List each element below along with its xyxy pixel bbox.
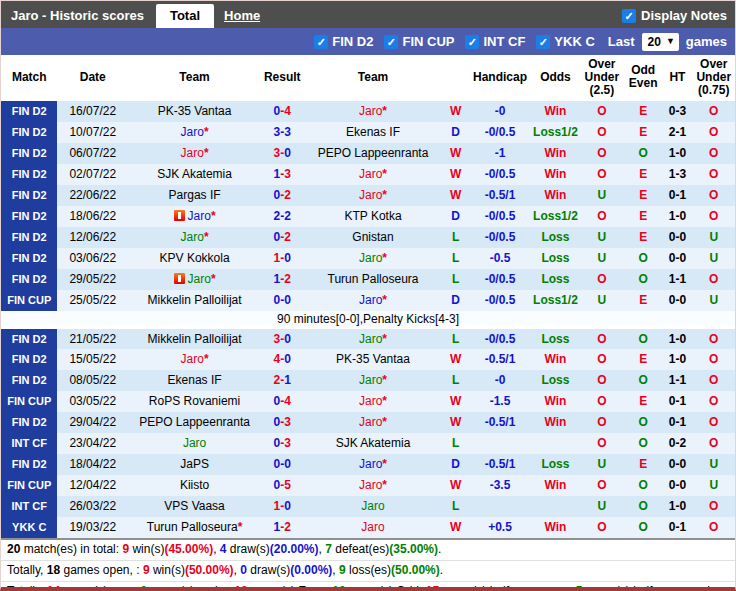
games-count-select[interactable]: 20 ▼ [642,33,679,51]
summary-segment: (20.00%) [270,542,319,556]
handicap-cell [469,496,532,517]
tab-total[interactable]: Total [156,4,214,28]
col-header-odds: Odds [531,55,579,101]
home-team-cell: JaPS [128,454,261,475]
score-cell: 0-0 [261,290,303,311]
odds-value: Loss [541,251,569,265]
away-team-cell: Jaro* [303,248,442,269]
team-name: Jaro [361,520,384,534]
table-row: FIN D210/07/22Jaro*3-3Ekenas IFD-0/0.5Lo… [1,122,735,143]
over-under-2-5-value: O [597,125,606,139]
fin-d2-label: FIN D2 [332,34,373,49]
odds-value: Win [545,188,567,202]
ht-score-cell: 0-2 [662,433,692,454]
table-row: INT CF26/03/22VPS Vaasa1-0JaroLUO1-0O [1,496,735,517]
odds-cell: Loss [531,269,579,290]
table-row: FIN D208/05/22Ekenas IF2-1Jaro*L-0LossOO… [1,370,735,391]
ykk-c-checkbox[interactable]: ✓ [536,35,550,49]
team-star: * [382,478,387,492]
team-name: Turun Palloseura [147,520,238,534]
home-team-cell: PEPO Lappeenranta [128,412,261,433]
summary-segment: game(s) Even, [248,584,333,591]
league-cell: FIN D2 [1,454,57,475]
table-row: YKK C19/03/22Turun Palloseura*1-2JaroW+0… [1,517,735,538]
summary-segment: game(s) half-game under [582,584,720,591]
summary-segment: 15 [426,584,439,591]
away-goals: 3 [284,167,291,181]
team-star: * [238,520,243,534]
team-star: * [204,352,209,366]
home-team-cell: SJK Akatemia [128,164,261,185]
games-count-value: 20 [648,35,661,49]
result-letter: D [451,209,460,223]
team-name: Jaro [359,332,382,346]
odd-even-value: E [639,293,647,307]
summary-segment: 10 [332,584,345,591]
odd-even-cell: E [624,454,662,475]
away-team-cell: SJK Akatemia [303,433,442,454]
result-letter: D [451,125,460,139]
handicap-cell: -0 [469,101,532,122]
table-row: FIN CUP12/04/22Kiisto0-5Jaro*W-3.5WinOO0… [1,475,735,496]
odds-value: Loss1/2 [533,209,578,223]
fin-cup-checkbox[interactable]: ✓ [384,35,398,49]
tab-home[interactable]: Home [214,4,270,28]
away-team-cell: Jaro* [303,391,442,412]
ht-score: 1-0 [669,499,686,513]
handicap-cell [469,433,532,454]
away-team-cell: Jaro* [303,454,442,475]
date-cell: 03/06/22 [57,248,128,269]
team-star: * [204,230,209,244]
team-name: Jaro [359,373,382,387]
team-star: * [382,332,387,346]
league-cell: FIN D2 [1,206,57,227]
team-star: * [211,272,216,286]
int-cf-checkbox[interactable]: ✓ [465,35,479,49]
result-letter-cell: D [443,122,469,143]
result-letter: W [450,478,461,492]
summary-line-1: 20 match(es) in total: 9 win(s)(45.00%),… [1,540,735,560]
over-under-0-75-value: U [709,230,718,244]
odds-cell: Loss1/2 [531,206,579,227]
odds-cell: Loss [531,248,579,269]
col-header-match: Match [1,55,57,101]
date-cell: 18/06/22 [57,206,128,227]
historic-scores-widget: Jaro - Historic scores Total Home ✓ Disp… [0,0,736,591]
score-cell: 0-2 [261,227,303,248]
handicap-value: -0.5/1 [485,415,516,429]
ht-score: 1-0 [669,146,686,160]
home-team-cell: RoPS Rovaniemi [128,391,261,412]
over-under-2-5-value: O [597,332,606,346]
result-letter-cell: L [443,227,469,248]
over-under-2-5-value: U [598,188,607,202]
over-under-2-5-cell: U [580,290,624,311]
team-name: Jaro [359,415,382,429]
ht-score: 0-0 [669,230,686,244]
away-team-cell: Jaro* [303,328,442,349]
home-team-cell: Jaro* [128,269,261,290]
league-cell: FIN D2 [1,370,57,391]
handicap-cell: -3.5 [469,475,532,496]
team-name: PK-35 Vantaa [336,352,410,366]
odds-cell: Loss [531,370,579,391]
col-header-wdl [443,55,469,101]
away-team-cell: Gnistan [303,227,442,248]
result-letter: W [450,188,461,202]
result-letter-cell: W [443,143,469,164]
home-team-cell: Jaro [128,433,261,454]
over-under-0-75-value: O [709,188,718,202]
summary-segment: 9 [143,563,150,577]
games-label: games [686,34,727,49]
score-cell: 0-4 [261,101,303,122]
result-letter: L [452,332,459,346]
away-team-cell: PK-35 Vantaa [303,349,442,370]
score-cell: 2-1 [261,370,303,391]
result-letter-cell: L [443,433,469,454]
over-under-2-5-cell: O [580,164,624,185]
display-notes-checkbox[interactable]: ✓ [622,9,636,23]
summary-segment: draw(s) [247,563,290,577]
fin-d2-checkbox[interactable]: ✓ [314,35,328,49]
team-name: PEPO Lappeenranta [318,146,429,160]
over-under-2-5-value: O [597,167,606,181]
col-header-home-team: Team [128,55,261,101]
